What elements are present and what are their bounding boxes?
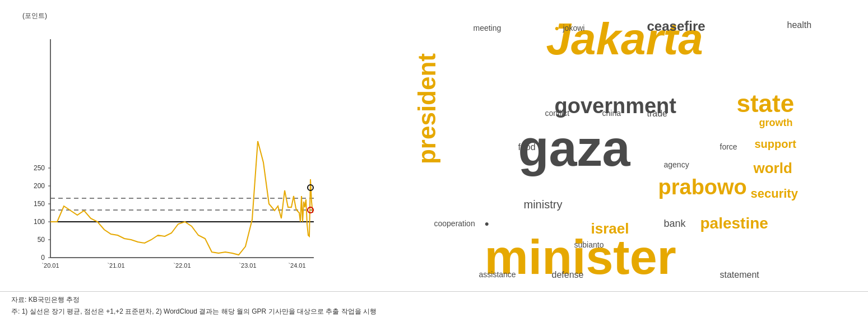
word-health: health — [787, 21, 812, 30]
svg-text:0: 0 — [41, 254, 45, 262]
svg-text:50: 50 — [38, 236, 45, 244]
word-bank: bank — [664, 218, 686, 229]
svg-text:250: 250 — [34, 164, 45, 172]
word-conflict: conflict — [545, 109, 570, 117]
word-cooperation: cooperation — [434, 220, 475, 227]
svg-text:100: 100 — [34, 218, 45, 226]
wordcloud-container: Jakarta minister gaza government preside… — [389, 8, 827, 283]
svg-text:150: 150 — [34, 200, 45, 208]
svg-text:200: 200 — [34, 182, 45, 190]
word-security: security — [751, 188, 798, 200]
word-subianto: subianto — [574, 241, 604, 249]
y-axis-label: (포인트) — [22, 11, 47, 21]
line-chart-svg: 0 50 100 150 200 250 — [22, 34, 325, 280]
word-statement: statement — [720, 271, 759, 279]
footer-note: 주: 1) 실선은 장기 평균, 점선은 +1,+2 표준편차, 2) Word… — [11, 307, 857, 316]
left-panel: (포인트) 0 50 100 150 200 250 — [0, 0, 347, 291]
main-container: (포인트) 0 50 100 150 200 250 — [0, 0, 868, 320]
svg-text:`24.01: `24.01 — [288, 262, 305, 269]
word-prabowo: prabowo — [658, 176, 747, 198]
word-meeting: meeting — [474, 24, 502, 32]
word-force: force — [720, 143, 737, 151]
word-jokowi: jokowi — [563, 24, 585, 32]
word-support: support — [755, 138, 796, 150]
chart-area: 0 50 100 150 200 250 — [22, 34, 325, 280]
svg-text:`23.01: `23.01 — [239, 262, 256, 269]
word-palestine: palestine — [700, 216, 768, 231]
word-president: president — [415, 53, 439, 164]
word-agency: agency — [664, 161, 689, 169]
word-trade: trade — [647, 109, 667, 118]
svg-text:`20.01: `20.01 — [41, 262, 59, 269]
word-jokowi-dot: ● — [555, 24, 559, 32]
word-defense: defense — [552, 271, 584, 279]
right-panel: Jakarta minister gaza government preside… — [347, 0, 868, 291]
footer-section: 자료: KB국민은행 추정 주: 1) 실선은 장기 평균, 점선은 +1,+2… — [0, 291, 868, 320]
word-state: state — [737, 91, 795, 116]
footer-source: 자료: KB국민은행 추정 — [11, 295, 857, 305]
word-ceasefire: ceasefire — [647, 20, 705, 33]
word-food: food — [518, 143, 536, 152]
word-china: china — [602, 109, 621, 117]
word-ministry: ministry — [524, 199, 563, 210]
word-cooperation-dot: ● — [485, 220, 489, 227]
svg-text:`22.01: `22.01 — [173, 262, 191, 269]
word-growth: growth — [759, 118, 793, 128]
word-assistance: assistance — [479, 271, 516, 278]
svg-text:`21.01: `21.01 — [107, 262, 124, 269]
word-world: world — [754, 161, 792, 175]
word-israel: israel — [591, 221, 629, 236]
charts-row: (포인트) 0 50 100 150 200 250 — [0, 0, 868, 291]
